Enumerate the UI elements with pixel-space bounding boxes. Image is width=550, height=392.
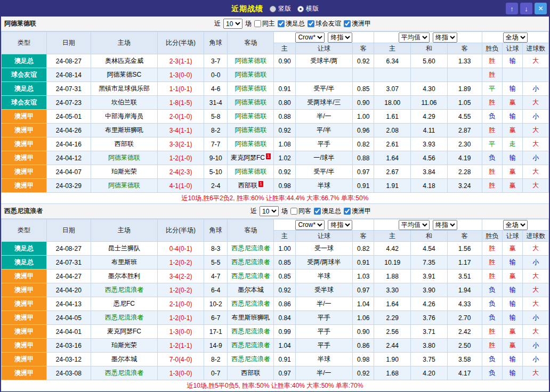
euro-home-odds: 6.34 (374, 54, 411, 68)
filter-checkbox[interactable]: 同客 (290, 207, 311, 216)
team-name: 布里斯班 (111, 258, 137, 266)
filter-checkbox-input[interactable] (344, 20, 351, 27)
table-row: 澳洲甲 24-03-12 墨尔本城 7-0(4-0) 8-2 西悉尼流浪者 0.… (2, 353, 549, 366)
euro-final-select[interactable]: 终指 (433, 220, 457, 230)
handicap-line: 平手 (295, 325, 352, 339)
away-team-cell: 麦克阿瑟FC1 (228, 151, 274, 165)
euro-provider-select[interactable]: 平均值 (399, 32, 430, 43)
recent-count-select[interactable]: 10 (223, 19, 242, 29)
euro-draw-odds: 3.84 (411, 165, 448, 179)
filter-checkbox[interactable]: 澳洲甲 (344, 207, 371, 216)
home-team-cell: 昆士兰狮队 (91, 242, 157, 256)
euro-away-odds (447, 68, 482, 82)
sub-ah-line: 让球 (295, 231, 352, 242)
euro-away-odds: 4.33 (447, 297, 482, 311)
filter-checkbox-input[interactable] (314, 208, 321, 215)
team-name: 西部联 (238, 182, 257, 189)
filter-checkbox-input[interactable] (278, 20, 285, 27)
results-body: 澳足总 24-08-27 昆士兰狮队 0-4(0-1) 8-3 西悉尼流浪者 1… (2, 242, 549, 380)
filter-checkbox[interactable]: 同主 (254, 19, 275, 28)
titlebar-buttons: ↑ ↓ ✕ (506, 3, 547, 14)
euro-draw-odds: 11.06 (411, 96, 448, 110)
score-cell: 1-3(0-0) (158, 68, 204, 82)
match-date: 24-03-16 (46, 339, 91, 353)
team-name: 麦克阿瑟FC (107, 328, 141, 335)
euro-final-select[interactable]: 终指 (433, 32, 457, 43)
handicap-line: 平手 (295, 339, 352, 353)
filter-checkbox[interactable]: 球会友谊 (308, 19, 341, 28)
corner-cell: 10-2 (204, 297, 228, 311)
overunder-result-cell: 大 (523, 124, 549, 137)
league-badge: 澳洲甲 (2, 151, 47, 165)
move-up-button[interactable]: ↑ (506, 3, 518, 14)
handicap-line: 受平/半 (295, 165, 352, 179)
recent-count-select[interactable]: 10 (260, 206, 279, 216)
league-badge: 澳洲甲 (2, 124, 47, 137)
euro-draw-odds: 4.56 (411, 151, 448, 165)
filter-checkbox[interactable]: 澳洲甲 (344, 19, 371, 28)
radio-horizontal-icon[interactable] (297, 6, 304, 12)
league-badge: 澳洲甲 (2, 283, 47, 297)
league-badge: 澳洲甲 (2, 297, 47, 311)
header-row-top: 类型 日期 主场 比分(半场) 角球 客场 Crow*终指 平均值终指 全场 (2, 32, 549, 43)
table-row: 澳洲甲 24-04-01 麦克阿瑟FC 1-3(0-0) 17-1 西悉尼流浪者… (2, 325, 549, 339)
team-name: 西悉尼流浪者 (231, 258, 270, 266)
radio-horizontal[interactable]: 横版 (297, 4, 319, 13)
euro-home-odds: 4.42 (374, 242, 411, 256)
euro-provider-select[interactable]: 平均值 (399, 220, 430, 230)
euro-home-odds: 2.08 (374, 124, 411, 137)
section-header: 阿德莱德联 近10场同主澳足总球会友谊澳洲甲 (1, 17, 549, 31)
away-team-cell: 西悉尼流浪者 (228, 325, 274, 339)
league-badge: 澳足总 (2, 256, 47, 270)
match-date: 24-03-12 (46, 353, 91, 366)
euro-away-odds: 3.24 (447, 179, 482, 193)
handicap-line: 受一球 (295, 242, 352, 256)
odds-final-select[interactable]: 终指 (328, 32, 352, 43)
overunder-result-cell: 小 (523, 353, 549, 366)
odds-provider-select[interactable]: Crow* (295, 32, 325, 43)
handicap-line: 半球 (295, 179, 352, 193)
corner-cell: 7-7 (204, 137, 228, 151)
match-date: 24-07-31 (46, 82, 91, 96)
filter-checkbox-input[interactable] (290, 208, 297, 215)
handicap-select-cell: Crow*终指 (274, 32, 374, 43)
filter-checkbox-input[interactable] (344, 208, 351, 215)
scope-select[interactable]: 全场 (503, 32, 528, 43)
handicap-result-cell (502, 68, 522, 82)
scope-select[interactable]: 全场 (503, 220, 528, 230)
euro-home-odds: 1.90 (374, 353, 411, 366)
table-row: 澳洲甲 24-04-13 悉尼FC 2-1(0-0) 10-2 西悉尼流浪者 0… (2, 297, 549, 311)
handicap-away-odds: 0.90 (352, 96, 374, 110)
handicap-line: 受两/两球半 (295, 256, 352, 270)
handicap-line: 受球半/两 (295, 54, 352, 68)
odds-provider-select[interactable]: Crow* (295, 220, 325, 230)
home-team-cell: 西悉尼流浪者 (91, 283, 157, 297)
corner-cell: 5-5 (204, 256, 228, 270)
home-team-cell: 西悉尼流浪者 (91, 311, 157, 325)
team-name: 坎伯兰联 (111, 99, 137, 106)
radio-vertical-icon[interactable] (270, 6, 276, 12)
filter-checkbox[interactable]: 澳足总 (314, 207, 341, 216)
euro-away-odds: 1.89 (447, 82, 482, 96)
close-button[interactable]: ✕ (535, 3, 547, 14)
handicap-home-odds: 0.85 (274, 270, 295, 283)
move-down-button[interactable]: ↓ (520, 3, 532, 14)
summary-line: 近10场,胜5平0负5, 胜率:50% 让胜率:40% 大率:50% 单率:70… (1, 380, 549, 391)
odds-final-select[interactable]: 终指 (328, 220, 352, 230)
table-row: 澳洲甲 24-04-26 布里斯班狮吼 3-4(1-1) 8-2 阿德莱德联 0… (2, 124, 549, 137)
score-cell: 1-3(0-0) (158, 325, 204, 339)
filter-checkbox-input[interactable] (308, 20, 314, 27)
handicap-away-odds: 1.04 (352, 297, 374, 311)
radio-vertical[interactable]: 竖版 (270, 4, 291, 13)
euro-away-odds: 1.94 (447, 283, 482, 297)
filter-checkbox-input[interactable] (254, 20, 261, 27)
overunder-result-cell: 大 (523, 137, 549, 151)
up-arrow-icon: ↑ (510, 5, 514, 12)
filter-prefix-label: 近 (214, 19, 221, 28)
away-team-cell: 阿德莱德联 (228, 68, 274, 82)
result-cell: 负 (482, 311, 502, 325)
result-cell: 平 (482, 137, 502, 151)
filter-checkbox[interactable]: 澳足总 (278, 19, 305, 28)
home-team-cell: 阿德莱德联 (91, 151, 157, 165)
team-name: 西悉尼流浪者 (231, 300, 270, 307)
